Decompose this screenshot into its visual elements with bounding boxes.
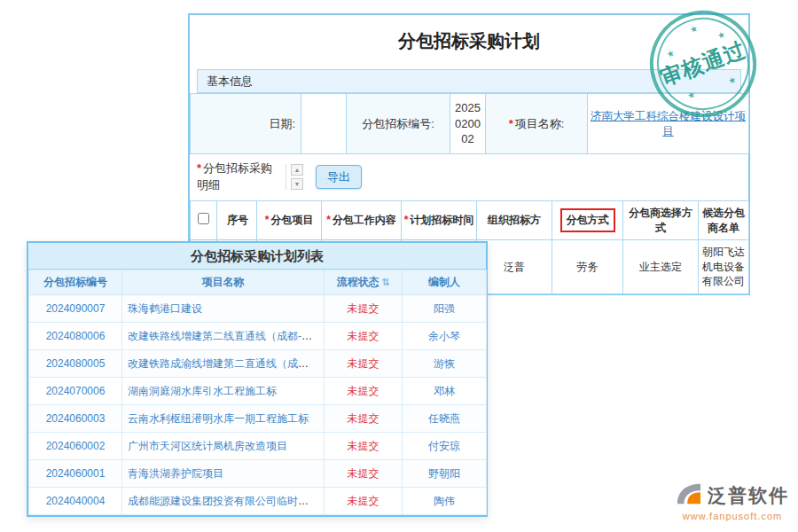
col-header-selection-method: 分包商选择方式 bbox=[623, 201, 699, 240]
basic-info-form: 日期: 分包招标编号: 2025020002 *项目名称: 济南大学工科综合楼建… bbox=[190, 93, 749, 154]
col-header-checkbox bbox=[191, 201, 217, 240]
brand-name: 泛普软件 bbox=[708, 483, 789, 508]
spinner-down-icon[interactable]: ▼ bbox=[291, 178, 303, 190]
list-item[interactable]: 2024060003 云南水利枢纽潜明水库一期工程施工标 未提交 任晓燕 bbox=[29, 405, 487, 433]
required-asterisk: * bbox=[197, 161, 201, 175]
row-subcontract-method: 劳务 bbox=[552, 240, 623, 294]
col-header-organizer: 组织招标方 bbox=[477, 201, 552, 240]
date-field[interactable] bbox=[301, 94, 347, 154]
brand-url: www.fanpusoft.com bbox=[676, 511, 789, 521]
project-link[interactable]: 改建铁路线增建第二线直通线（成都-西安）电... bbox=[128, 330, 325, 342]
row-organizer: 泛普 bbox=[477, 240, 552, 294]
status-text: 未提交 bbox=[348, 357, 379, 370]
col-header-seq: 序号 bbox=[217, 201, 257, 240]
list-item[interactable]: 2024080005 改建铁路成渝线增建第二直通线（成渝枢纽）... 未提交 游… bbox=[29, 350, 487, 378]
list-header-row: 分包招标编号 项目名称 流程状态⇅ 编制人 bbox=[29, 270, 487, 295]
col-header-project-name: 项目名称 bbox=[122, 270, 325, 295]
detail-label: *分包招标采购明细 bbox=[197, 160, 282, 194]
bid-no-link[interactable]: 2024060001 bbox=[46, 467, 106, 480]
page-title: 分包招标采购计划 bbox=[190, 29, 748, 53]
row-selection-method: 业主选定 bbox=[623, 240, 699, 294]
bid-no-link[interactable]: 2024060003 bbox=[46, 412, 106, 425]
list-item[interactable]: 2024040004 成都能源建设集团投资有限公司临时办公场所... 未提交 陶… bbox=[29, 488, 487, 515]
list-item[interactable]: 2024060001 青海洪湖养护院项目 未提交 野朝阳 bbox=[29, 460, 487, 488]
project-name-link[interactable]: 济南大学工科综合楼建设设计项目 bbox=[591, 110, 746, 137]
plan-list-table: 分包招标编号 项目名称 流程状态⇅ 编制人 2024090007 珠海鹤港口建设… bbox=[28, 270, 487, 515]
required-asterisk: * bbox=[509, 117, 513, 130]
bid-no-value: 2025020002 bbox=[450, 94, 486, 154]
spinner-up-icon[interactable]: ▲ bbox=[291, 164, 303, 176]
col-header-bid-no: 分包招标编号 bbox=[29, 270, 122, 295]
list-item[interactable]: 2024070006 湖南洞庭湖水库引水工程施工标 未提交 邓林 bbox=[29, 378, 487, 405]
col-header-flow-status[interactable]: 流程状态⇅ bbox=[325, 270, 403, 295]
status-text: 未提交 bbox=[348, 385, 379, 397]
status-text: 未提交 bbox=[348, 440, 379, 452]
list-title: 分包招标采购计划列表 bbox=[28, 243, 486, 270]
creator-link[interactable]: 邓林 bbox=[434, 385, 455, 397]
creator-link[interactable]: 阳强 bbox=[434, 302, 455, 315]
detail-table-header-row: 序号 *分包项目 *分包工作内容 *计划招标时间 组织招标方 分包方式 分包商选… bbox=[191, 201, 749, 240]
row-spinner: ▲ ▼ bbox=[286, 164, 303, 190]
status-text: 未提交 bbox=[348, 495, 379, 507]
project-link[interactable]: 珠海鹤港口建设 bbox=[128, 302, 202, 315]
bid-no-link[interactable]: 2024040004 bbox=[46, 495, 106, 507]
project-name-cell: 济南大学工科综合楼建设设计项目 bbox=[588, 94, 749, 154]
bid-no-link[interactable]: 2024080006 bbox=[46, 330, 106, 342]
export-button[interactable]: 导出 bbox=[316, 165, 362, 189]
detail-section-header: *分包招标采购明细 ▲ ▼ 导出 bbox=[190, 153, 748, 200]
list-item[interactable]: 2024060002 广州市天河区统计局机房改造项目 未提交 付安琼 bbox=[29, 433, 487, 460]
fanpu-watermark: 泛普软件 www.fanpusoft.com bbox=[676, 482, 789, 521]
list-item[interactable]: 2024080006 改建铁路线增建第二线直通线（成都-西安）电... 未提交 … bbox=[29, 323, 487, 350]
status-text: 未提交 bbox=[348, 412, 379, 425]
row-candidate-list: 朝阳飞达机电设备有限公司 bbox=[699, 240, 749, 294]
highlight-box: 分包方式 bbox=[560, 208, 615, 231]
bid-no-label: 分包招标编号: bbox=[347, 94, 450, 154]
procurement-plan-list-panel: 分包招标采购计划列表 分包招标编号 项目名称 流程状态⇅ 编制人 2024090… bbox=[27, 241, 488, 517]
creator-link[interactable]: 陶伟 bbox=[434, 495, 455, 507]
project-link[interactable]: 青海洪湖养护院项目 bbox=[128, 467, 223, 480]
col-header-candidate-list: 候选分包商名单 bbox=[699, 201, 749, 240]
status-text: 未提交 bbox=[348, 302, 379, 315]
creator-link[interactable]: 任晓燕 bbox=[428, 412, 460, 425]
sort-icon[interactable]: ⇅ bbox=[381, 277, 389, 287]
project-link[interactable]: 云南水利枢纽潜明水库一期工程施工标 bbox=[128, 412, 309, 425]
date-label: 日期: bbox=[191, 94, 301, 154]
basic-info-section-header: 基本信息 bbox=[197, 69, 741, 93]
select-all-checkbox[interactable] bbox=[198, 213, 209, 224]
col-header-bid-time: *计划招标时间 bbox=[402, 201, 477, 240]
bid-no-link[interactable]: 2024080005 bbox=[46, 357, 106, 370]
bid-no-link[interactable]: 2024090007 bbox=[46, 302, 106, 315]
status-text: 未提交 bbox=[348, 330, 379, 342]
project-link[interactable]: 湖南洞庭湖水库引水工程施工标 bbox=[128, 385, 277, 397]
list-item[interactable]: 2024090007 珠海鹤港口建设 未提交 阳强 bbox=[29, 295, 487, 323]
status-text: 未提交 bbox=[348, 467, 379, 480]
project-name-label: *项目名称: bbox=[486, 94, 588, 154]
project-link[interactable]: 成都能源建设集团投资有限公司临时办公场所... bbox=[128, 495, 325, 507]
project-link[interactable]: 广州市天河区统计局机房改造项目 bbox=[128, 440, 287, 452]
fanpu-logo-icon bbox=[676, 482, 702, 509]
col-header-creator: 编制人 bbox=[403, 270, 487, 295]
project-link[interactable]: 改建铁路成渝线增建第二直通线（成渝枢纽）... bbox=[128, 357, 325, 370]
creator-link[interactable]: 野朝阳 bbox=[428, 467, 460, 480]
creator-link[interactable]: 付安琼 bbox=[428, 440, 460, 452]
col-header-subcontract-method: 分包方式 bbox=[552, 201, 623, 240]
bid-no-link[interactable]: 2024060002 bbox=[46, 440, 106, 452]
bid-no-link[interactable]: 2024070006 bbox=[46, 385, 106, 397]
creator-link[interactable]: 余小琴 bbox=[428, 330, 460, 342]
creator-link[interactable]: 游恢 bbox=[434, 357, 455, 370]
col-header-work-content: *分包工作内容 bbox=[322, 201, 402, 240]
col-header-project: *分包项目 bbox=[257, 201, 322, 240]
